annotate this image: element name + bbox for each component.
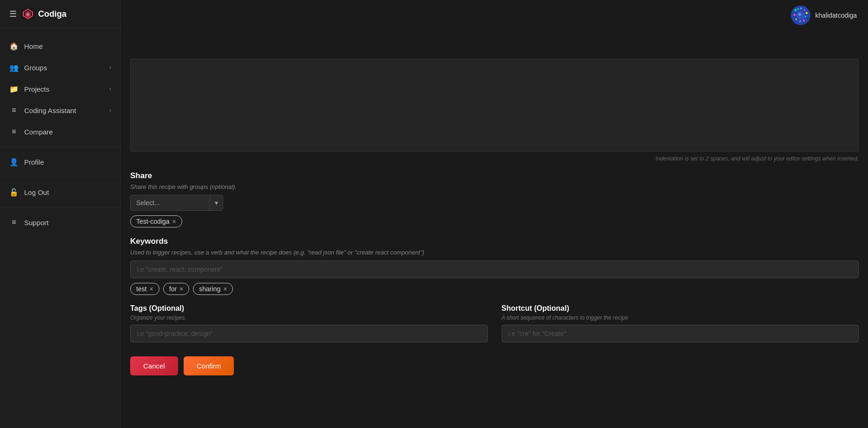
chevron-right-icon: › <box>109 107 111 114</box>
share-tags-row: Test-codiga × <box>130 215 859 227</box>
nav-divider-1 <box>0 147 120 147</box>
select-placeholder: Select... <box>131 195 210 210</box>
sidebar-item-label: Home <box>24 42 111 50</box>
shortcut-optional-label: Shortcut (Optional) <box>502 304 859 313</box>
username-label: khalidatcodiga <box>815 12 857 19</box>
topbar: khalidatcodiga <box>121 0 868 31</box>
sidebar-item-profile[interactable]: 👤 Profile <box>0 152 120 172</box>
share-section: Share Share this recipe with groups (opt… <box>130 171 859 227</box>
sidebar-item-compare[interactable]: ≡ Compare <box>0 121 120 142</box>
keyword-tag-label: for <box>169 285 177 293</box>
sidebar-nav: 🏠 Home 👥 Groups › 📁 Projects › ≡ Coding … <box>0 28 120 428</box>
user-area[interactable]: khalidatcodiga <box>791 6 857 25</box>
share-title: Share <box>130 171 859 181</box>
shortcut-optional-field: Shortcut (Optional) A short sequence of … <box>502 304 859 342</box>
svg-rect-4 <box>797 8 799 10</box>
keyword-tag-label: test <box>136 285 147 293</box>
share-group-select[interactable]: Select... ▾ <box>130 195 223 211</box>
remove-keyword-icon[interactable]: × <box>223 285 227 293</box>
coding-assistant-icon: ≡ <box>9 106 19 115</box>
keywords-tags-row: test × for × sharing × <box>130 283 859 295</box>
keywords-title: Keywords <box>130 237 859 246</box>
sidebar-item-projects[interactable]: 📁 Projects › <box>0 79 120 99</box>
sidebar-item-coding-assistant[interactable]: ≡ Coding Assistant › <box>0 100 120 120</box>
remove-keyword-icon[interactable]: × <box>179 285 183 293</box>
app-name: Codiga <box>38 9 66 19</box>
sidebar-item-label: Support <box>24 219 111 227</box>
svg-rect-7 <box>806 12 808 14</box>
remove-tag-icon[interactable]: × <box>172 218 176 225</box>
shortcut-optional-input[interactable] <box>502 325 859 342</box>
avatar <box>791 6 810 25</box>
support-icon: ≡ <box>9 218 19 227</box>
logout-icon: 🔓 <box>9 187 19 197</box>
svg-point-14 <box>798 13 801 16</box>
keywords-sublabel: Used to trigger recipes, use a verb and … <box>130 249 859 256</box>
tags-optional-label: Tags (Optional) <box>130 304 488 313</box>
remove-keyword-icon[interactable]: × <box>150 285 153 293</box>
nav-divider-2 <box>0 177 120 177</box>
home-icon: 🏠 <box>9 41 19 51</box>
content-area: Indentation is set to 2 spaces, and will… <box>121 31 868 428</box>
nav-divider-3 <box>0 207 120 207</box>
keyword-tag-label: sharing <box>199 285 220 293</box>
confirm-button[interactable]: Confirm <box>184 356 234 375</box>
projects-icon: 📁 <box>9 84 19 94</box>
sidebar-item-label: Log Out <box>24 188 111 196</box>
sidebar-item-label: Projects <box>24 85 104 93</box>
shortcut-optional-hint: A short sequence of characters to trigge… <box>502 314 859 321</box>
groups-icon: 👥 <box>9 63 19 72</box>
sidebar-item-home[interactable]: 🏠 Home <box>0 36 120 56</box>
svg-rect-11 <box>795 19 797 20</box>
chevron-down-icon: ▾ <box>210 195 223 210</box>
svg-rect-5 <box>800 7 802 9</box>
svg-rect-12 <box>794 14 795 16</box>
share-tag-test-codiga[interactable]: Test-codiga × <box>130 215 182 227</box>
sidebar: ☰ Codiga 🏠 Home 👥 Groups › 📁 Projects › <box>0 0 121 428</box>
keyword-tag-for[interactable]: for × <box>163 283 190 295</box>
keywords-section: Keywords Used to trigger recipes, use a … <box>130 237 859 295</box>
keyword-tag-test[interactable]: test × <box>130 283 159 295</box>
svg-point-1 <box>27 13 29 16</box>
sidebar-header: ☰ Codiga <box>0 0 120 28</box>
sidebar-item-support[interactable]: ≡ Support <box>0 212 120 233</box>
cancel-button[interactable]: Cancel <box>130 356 178 375</box>
svg-rect-6 <box>804 9 805 11</box>
share-sublabel: Share this recipe with groups (optional)… <box>130 183 859 190</box>
svg-rect-3 <box>795 9 796 11</box>
tags-optional-hint: Organize your recipes. <box>130 314 488 321</box>
svg-rect-10 <box>799 20 801 22</box>
indent-hint-text: Indentation is set to 2 spaces, and will… <box>130 155 859 162</box>
chevron-right-icon: › <box>109 64 111 71</box>
sidebar-item-label: Profile <box>24 158 111 166</box>
svg-rect-9 <box>803 20 805 21</box>
codiga-logo-icon <box>21 7 34 20</box>
sidebar-item-label: Coding Assistant <box>24 107 104 114</box>
tags-shortcut-row: Tags (Optional) Organize your recipes. S… <box>130 304 859 342</box>
hamburger-menu-icon[interactable]: ☰ <box>9 9 17 19</box>
tags-optional-field: Tags (Optional) Organize your recipes. <box>130 304 488 342</box>
tags-optional-input[interactable] <box>130 325 488 342</box>
keywords-input[interactable] <box>130 261 859 278</box>
keyword-tag-sharing[interactable]: sharing × <box>193 283 233 295</box>
sidebar-item-label: Compare <box>24 128 111 136</box>
sidebar-item-label: Groups <box>24 64 104 72</box>
profile-icon: 👤 <box>9 157 19 167</box>
share-tag-label: Test-codiga <box>136 218 170 225</box>
svg-rect-8 <box>805 16 806 17</box>
chevron-right-icon: › <box>109 86 111 92</box>
sidebar-item-logout[interactable]: 🔓 Log Out <box>0 182 120 202</box>
sidebar-item-groups[interactable]: 👥 Groups › <box>0 57 120 78</box>
code-editor[interactable] <box>130 59 859 152</box>
logo-area: Codiga <box>21 7 66 20</box>
compare-icon: ≡ <box>9 127 19 136</box>
action-buttons: Cancel Confirm <box>130 356 859 375</box>
main-content: khalidatcodiga Indentation is set to 2 s… <box>121 0 868 428</box>
